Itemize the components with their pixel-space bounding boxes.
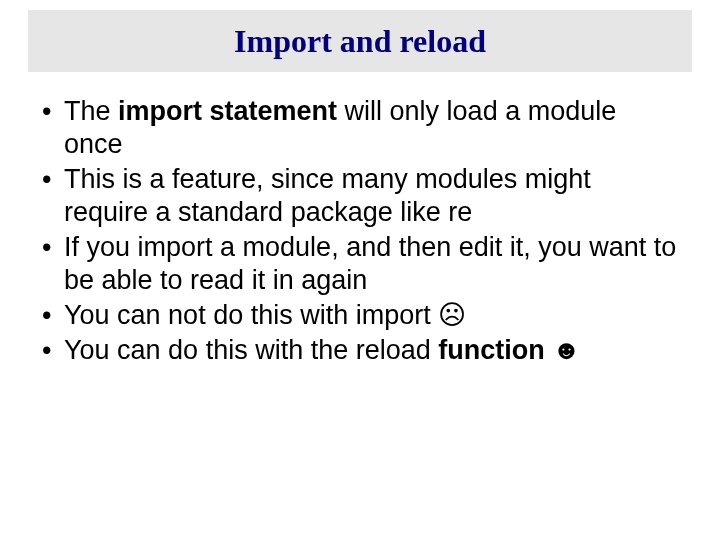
slide: Import and reload The import statement w…: [0, 0, 720, 540]
bullet-2-text: This is a feature, since many modules mi…: [64, 164, 591, 227]
bullet-5-bold: function: [438, 335, 544, 365]
bullet-5-text-a: You can do this with the reload: [64, 335, 438, 365]
bullet-1-text-a: The: [64, 96, 118, 126]
sad-face-icon: ☹: [438, 300, 466, 330]
bullet-4-text: You can not do this with import: [64, 300, 438, 330]
title-bar: Import and reload: [28, 10, 692, 72]
bullet-5: You can do this with the reload function…: [40, 334, 680, 367]
bullet-3: If you import a module, and then edit it…: [40, 231, 680, 297]
happy-face-icon: ☻: [552, 335, 580, 365]
slide-title: Import and reload: [234, 23, 486, 60]
slide-content: The import statement will only load a mo…: [40, 95, 680, 369]
bullet-1: The import statement will only load a mo…: [40, 95, 680, 161]
bullet-3-text: If you import a module, and then edit it…: [64, 232, 676, 295]
bullet-1-bold: import statement: [118, 96, 337, 126]
bullet-2: This is a feature, since many modules mi…: [40, 163, 680, 229]
bullet-4: You can not do this with import ☹: [40, 299, 680, 332]
bullet-list: The import statement will only load a mo…: [40, 95, 680, 367]
